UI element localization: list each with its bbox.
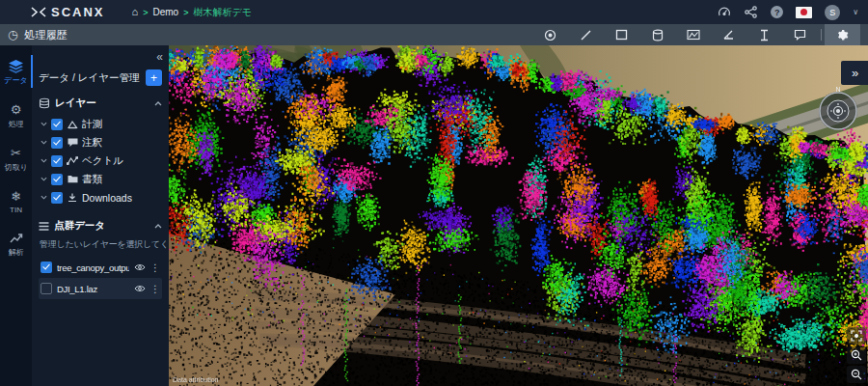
kebab-menu-icon[interactable]: ⋮ <box>150 284 160 294</box>
profile-chart-tool-icon[interactable] <box>675 24 711 45</box>
layer-label: ベクトル <box>82 154 123 168</box>
breadcrumb-separator-icon: > <box>183 8 188 17</box>
chevron-down-icon[interactable]: ∨ <box>853 8 858 16</box>
fit-view-icon[interactable] <box>847 327 866 345</box>
pointcloud-file-row[interactable]: DJI_L1.laz ⋮ <box>39 278 162 299</box>
layer-label: Downloads <box>82 192 132 204</box>
processing-history-button[interactable]: ◷ 処理履歴 <box>8 28 67 42</box>
rail-item-data[interactable]: データ <box>0 59 32 86</box>
layer-label: 注釈 <box>82 136 102 150</box>
layer-row-downloads[interactable]: Downloads <box>41 188 162 207</box>
rail-label: データ <box>4 75 27 86</box>
analysis-icon <box>10 231 23 245</box>
left-icon-rail: データ ⚙ 処理 ✂ 切取り ❄ TIN 解析 <box>0 45 32 386</box>
user-avatar[interactable]: S <box>825 5 840 20</box>
breadcrumb: ⌂ > Demo > 樹木解析デモ <box>132 6 252 19</box>
zoom-in-icon[interactable] <box>847 346 866 364</box>
line-measure-tool-icon[interactable] <box>568 24 604 45</box>
chevron-up-icon[interactable] <box>154 224 162 229</box>
scanx-logo-icon <box>31 7 46 17</box>
viewport-3d[interactable]: » N <box>169 45 868 386</box>
pointcloud-section-header[interactable]: 点群データ <box>39 216 162 235</box>
top-bar: SCANX ⌂ > Demo > 樹木解析デモ ? S <box>0 0 868 24</box>
topbar-actions: ? S ∨ <box>717 5 858 20</box>
chevron-up-icon[interactable] <box>154 101 162 106</box>
visibility-eye-icon[interactable] <box>134 285 146 292</box>
checkbox-unchecked[interactable] <box>41 283 52 294</box>
chevron-down-icon[interactable] <box>41 140 47 145</box>
rail-item-processing[interactable]: ⚙ 処理 <box>0 102 32 129</box>
pointcloud-hint-text: 管理したいレイヤーを選択してください <box>40 238 162 251</box>
comment-tool-icon[interactable] <box>782 24 818 45</box>
checkbox-checked[interactable] <box>51 174 63 185</box>
secondary-toolbar: ◷ 処理履歴 <box>0 24 868 45</box>
checkbox-checked[interactable] <box>51 137 63 149</box>
layer-row-documents[interactable]: 書類 <box>41 170 162 188</box>
layer-stack-icon <box>39 97 50 109</box>
angle-measure-tool-icon[interactable] <box>711 24 746 45</box>
clock-icon: ◷ <box>8 29 17 41</box>
rail-item-tin[interactable]: ❄ TIN <box>0 189 32 214</box>
layer-label: 計測 <box>82 118 102 131</box>
chevron-down-icon[interactable] <box>41 158 47 163</box>
add-layer-button[interactable]: + <box>146 69 162 86</box>
svg-text:N: N <box>835 86 840 93</box>
rail-label: TIN <box>10 206 22 214</box>
rail-label: 解析 <box>9 247 24 258</box>
annotation-icon <box>67 138 78 148</box>
home-icon[interactable]: ⌂ <box>132 7 139 17</box>
settings-gear-icon[interactable] <box>825 24 860 45</box>
height-measure-tool-icon[interactable] <box>746 24 782 45</box>
app-title: SCANX <box>51 5 105 19</box>
rail-item-clip[interactable]: ✂ 切取り <box>0 146 32 173</box>
measure-tools <box>532 24 860 45</box>
layers-icon <box>9 59 23 73</box>
rail-label: 切取り <box>4 162 27 173</box>
compass-navigation[interactable]: N <box>813 84 863 134</box>
layer-tree: 計測 注釈 <box>41 115 162 207</box>
kebab-menu-icon[interactable]: ⋮ <box>150 262 160 273</box>
layer-label: 書類 <box>82 173 102 186</box>
rect-select-tool-icon[interactable] <box>604 24 639 45</box>
breadcrumb-separator-icon: > <box>143 8 148 17</box>
pointcloud-canvas[interactable] <box>169 45 868 386</box>
app-logo[interactable]: SCANX <box>31 5 105 19</box>
share-icon[interactable] <box>744 5 758 19</box>
pointcloud-section-title: 点群データ <box>54 219 105 233</box>
point-marker-tool-icon[interactable] <box>532 24 568 45</box>
file-name: DJI_L1.laz <box>57 284 129 294</box>
measure-icon <box>67 120 78 129</box>
layer-row-measure[interactable]: 計測 <box>41 115 162 133</box>
app-window: SCANX ⌂ > Demo > 樹木解析デモ ? S <box>0 0 868 386</box>
checkbox-checked[interactable] <box>51 155 63 167</box>
layer-row-annotation[interactable]: 注釈 <box>41 133 162 152</box>
right-panel-collapse-icon[interactable]: » <box>841 61 868 85</box>
checkbox-checked[interactable] <box>51 192 63 204</box>
pointcloud-file-row[interactable]: tree_canopy_output_seg.laz ⋮ <box>39 257 162 278</box>
data-attribution-label[interactable]: Data attribution <box>173 376 218 383</box>
breadcrumb-item-current: 樹木解析デモ <box>193 6 251 19</box>
panel-collapse-icon[interactable]: « <box>39 51 162 66</box>
checkbox-checked[interactable] <box>41 262 52 273</box>
zoom-out-icon[interactable] <box>847 366 866 383</box>
breadcrumb-item-demo[interactable]: Demo <box>152 7 178 17</box>
chevron-down-icon[interactable] <box>41 177 47 181</box>
tin-mesh-icon: ❄ <box>11 189 21 204</box>
chevron-down-icon[interactable] <box>41 122 47 126</box>
list-icon <box>39 222 49 231</box>
layer-panel: « データ / レイヤー管理 + レイヤー <box>32 45 169 386</box>
chevron-down-icon[interactable] <box>41 195 47 200</box>
rail-label: 処理 <box>9 119 24 129</box>
help-icon[interactable]: ? <box>771 6 783 18</box>
visibility-eye-icon[interactable] <box>134 263 146 271</box>
scissors-icon: ✂ <box>11 146 21 160</box>
rail-item-analysis[interactable]: 解析 <box>0 231 32 258</box>
usage-gauge-icon[interactable] <box>717 5 731 19</box>
layers-section-header[interactable]: レイヤー <box>39 94 162 113</box>
file-name: tree_canopy_output_seg.laz <box>57 262 129 273</box>
layer-row-vector[interactable]: ベクトル <box>41 152 162 170</box>
clip-cylinder-tool-icon[interactable] <box>639 24 675 45</box>
language-flag-japan[interactable] <box>796 7 812 18</box>
checkbox-checked[interactable] <box>51 119 63 130</box>
zoom-controls <box>847 327 866 383</box>
